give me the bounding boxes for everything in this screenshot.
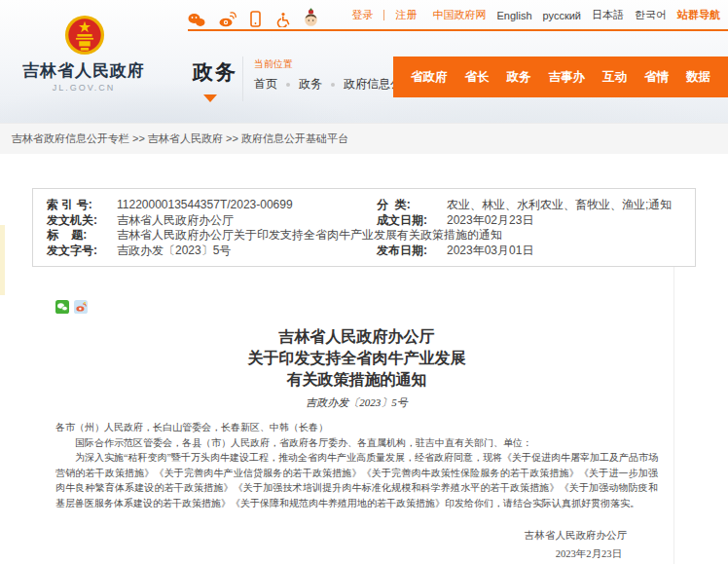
nav-item-zhengwu[interactable]: 政务 (507, 69, 531, 86)
weibo-icon[interactable] (219, 12, 237, 27)
mascot-icon[interactable] (304, 8, 318, 27)
lang-japanese-link[interactable]: 日本語 (592, 8, 624, 22)
register-link[interactable]: 注册 (395, 8, 417, 22)
article-body: 各市（州）人民政府，长白山管委会，长春新区、中韩（长春） 国际合作示范区管委会，… (55, 420, 658, 510)
dot-separator (331, 83, 335, 87)
wechat-icon[interactable] (188, 13, 205, 27)
body-paragraph: 为深入实施“秸秆变肉”暨千万头肉牛建设工程，推动全省肉牛产业高质量发展，经省政府… (55, 450, 658, 510)
document-article: 吉林省人民政府办公厅 关于印发支持全省肉牛产业发展 有关政策措施的通知 吉政办发… (32, 267, 674, 564)
social-icon-row (188, 4, 318, 27)
site-map-link[interactable]: 站群导航 (677, 8, 720, 22)
category-label: 分 类: (377, 198, 447, 213)
article-doc-number: 吉政办发〔2023〕5号 (55, 395, 658, 410)
current-location-label: 当前位置 (254, 57, 293, 71)
category-value: 农业、林业、水利农业、畜牧业、渔业;通知 (447, 198, 672, 213)
issuing-agency-label: 发文机关: (47, 213, 117, 229)
article-title-line1: 吉林省人民政府办公厅 (55, 326, 658, 348)
issuing-agency-value: 吉林省人民政府办公厅 (117, 213, 234, 229)
nav-item-provincial-gov[interactable]: 省政府 (411, 69, 448, 86)
index-number-label: 索 引 号: (47, 198, 117, 213)
header-accent-line (188, 29, 728, 31)
nav-item-governor[interactable]: 省长 (465, 69, 490, 86)
dot-separator (286, 83, 290, 87)
breadcrumb-home[interactable]: 首页 (254, 76, 277, 93)
written-date-label: 成文日期: (377, 213, 447, 229)
meta-row-index-category: 索 引 号: 1122000013544357T/2023-00699 分 类:… (33, 198, 695, 213)
document-meta-table: 索 引 号: 1122000013544357T/2023-00699 分 类:… (32, 188, 696, 267)
utility-links: 登录 注册 中国政府网 English русский 日本語 한국어 站群导航 (341, 8, 720, 22)
left-accent-strip (0, 225, 5, 295)
salutation-line1: 各市（州）人民政府，长白山管委会，长春新区、中韩（长春） (55, 420, 658, 435)
login-link[interactable]: 登录 (351, 8, 373, 22)
publish-date-value: 2023年03月01日 (447, 244, 533, 259)
doc-number-value: 吉政办发〔2023〕5号 (117, 244, 231, 259)
lang-english-link[interactable]: English (496, 10, 531, 21)
article-title-line3: 有关政策措施的通知 (55, 369, 658, 391)
signature-date: 2023年2月23日 (55, 545, 658, 563)
main-navigation: 省政府 省长 政务 吉事办 互动 省情 数据 (393, 56, 728, 97)
salutation-line2: 国际合作示范区管委会，各县（市）人民政府，省政府各厅委办、各直属机构，驻吉中直有… (55, 435, 658, 451)
nav-item-jishiban[interactable]: 吉事办 (549, 69, 586, 86)
china-gov-link[interactable]: 中国政府网 (432, 8, 486, 22)
vertical-divider (242, 56, 243, 101)
share-icon-row (55, 300, 658, 318)
signature-agency: 吉林省人民政府办公厅 (55, 526, 658, 545)
publish-date-label: 发布日期: (377, 244, 447, 259)
breadcrumb: 首页 政务 政府信息公开 (254, 76, 414, 93)
site-title: 吉林省人民政府 (19, 59, 148, 82)
index-number-value: 1122000013544357T/2023-00699 (117, 198, 293, 213)
meta-row-title: 标 题: 吉林省人民政府办公厅关于印发支持全省肉牛产业发展有关政策措施的通知 (33, 228, 695, 244)
lang-korean-link[interactable]: 한국어 (635, 8, 667, 22)
title-value: 吉林省人民政府办公厅关于印发支持全省肉牛产业发展有关政策措施的通知 (117, 228, 502, 244)
article-title-line2: 关于印发支持全省肉牛产业发展 (55, 348, 658, 369)
meta-row-issuer-date: 发文机关: 吉林省人民政府办公厅 成文日期: 2023年02月23日 (33, 213, 695, 229)
link-divider (383, 10, 384, 20)
wechat-share-icon[interactable] (55, 300, 69, 318)
site-domain: JL.GOV.CN (19, 83, 148, 93)
nav-item-province-info[interactable]: 省情 (644, 69, 669, 86)
platform-breadcrumb-bar[interactable]: 吉林省政府信息公开专栏 >> 吉林省人民政府 >> 政府信息公开基础平台 (0, 123, 728, 154)
meta-row-docno-pubdate: 发文字号: 吉政办发〔2023〕5号 发布日期: 2023年03月01日 (33, 244, 695, 259)
article-title: 吉林省人民政府办公厅 关于印发支持全省肉牛产业发展 有关政策措施的通知 (55, 326, 658, 391)
title-label: 标 题: (47, 228, 117, 244)
main-content: 索 引 号: 1122000013544357T/2023-00699 分 类:… (0, 188, 728, 564)
nav-item-interact[interactable]: 互动 (602, 69, 627, 86)
breadcrumb-zhengwu[interactable]: 政务 (299, 76, 322, 93)
written-date-value: 2023年02月23日 (447, 213, 533, 229)
lang-russian-link[interactable]: русский (543, 10, 581, 21)
chevron-down-icon (203, 94, 217, 102)
doc-number-label: 发文字号: (47, 244, 117, 259)
section-title-zhengwu[interactable]: 政务 (193, 58, 237, 86)
national-emblem-icon (64, 14, 105, 58)
nav-item-data[interactable]: 数据 (686, 69, 710, 86)
weibo-share-icon[interactable] (74, 300, 88, 318)
header-banner: 吉林省人民政府 JL.GOV.CN (0, 0, 728, 123)
mobile-icon[interactable] (250, 11, 261, 27)
accessibility-icon[interactable] (274, 12, 290, 27)
